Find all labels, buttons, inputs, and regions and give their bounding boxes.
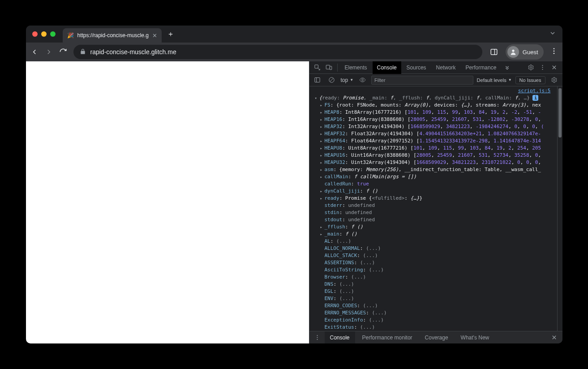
- svg-point-10: [542, 65, 543, 66]
- svg-point-23: [317, 339, 318, 340]
- drawer-tab-coverage[interactable]: Coverage: [420, 331, 454, 344]
- svg-point-2: [512, 50, 514, 52]
- tab-performance[interactable]: Performance: [461, 61, 501, 74]
- tab-search-button[interactable]: [549, 30, 556, 39]
- svg-point-5: [553, 53, 554, 54]
- devtools-tabstrip: Elements Console Sources Network Perform…: [309, 61, 562, 74]
- svg-point-19: [361, 79, 363, 81]
- tab-elements[interactable]: Elements: [340, 61, 372, 74]
- svg-line-18: [330, 78, 334, 82]
- console-object-row[interactable]: HEAPF64: Float64Array(2097152) [1.154541…: [312, 137, 557, 145]
- minimize-window-button[interactable]: [41, 31, 47, 37]
- tab-console[interactable]: Console: [373, 61, 401, 74]
- maximize-window-button[interactable]: [50, 31, 56, 37]
- separator: [337, 64, 338, 72]
- console-object-row[interactable]: HEAPU16: Uint16Array(8388608) [28005, 25…: [312, 152, 557, 159]
- new-tab-button[interactable]: ＋: [167, 30, 174, 39]
- svg-point-11: [542, 67, 543, 68]
- console-object-row[interactable]: FS: {root: FSNode, mounts: Array(0), dev…: [312, 102, 557, 109]
- forward-button[interactable]: [45, 48, 53, 56]
- tab-sources[interactable]: Sources: [402, 61, 431, 74]
- svg-point-3: [553, 48, 554, 49]
- source-link[interactable]: script.js:5: [312, 87, 557, 94]
- inspect-element-button[interactable]: [312, 62, 323, 73]
- console-object-row: stdin: undefined: [312, 209, 557, 216]
- panel-toggle-icon[interactable]: [489, 47, 499, 57]
- console-sidebar-toggle[interactable]: [312, 75, 323, 86]
- drawer-tab-whats-new[interactable]: What's New: [455, 331, 495, 344]
- close-drawer-button[interactable]: [549, 332, 560, 343]
- svg-point-20: [554, 79, 555, 81]
- devtools-drawer: Console Performance monitor Coverage Wha…: [309, 331, 562, 343]
- execution-context-selector[interactable]: top▼: [341, 77, 354, 83]
- drawer-tab-performance-monitor[interactable]: Performance monitor: [357, 331, 418, 344]
- console-object-row: AsciiToString: (...): [312, 266, 557, 274]
- close-devtools-button[interactable]: [549, 62, 560, 73]
- svg-point-21: [317, 335, 318, 336]
- console-object-row: stderr: undefined: [312, 202, 557, 209]
- browser-tab[interactable]: 🎉 https://rapid-concise-muscle.g ✕: [63, 28, 162, 43]
- console-object-row[interactable]: ready: Promise {<fulfilled>: {…}}: [312, 195, 557, 202]
- settings-button[interactable]: [526, 62, 536, 73]
- console-object-row[interactable]: HEAP32: Int32Array(4194304) [1668509029,…: [312, 123, 557, 130]
- console-object-row: ERRNO_MESSAGES: (...): [312, 309, 557, 317]
- profile-button[interactable]: Guest: [506, 44, 544, 60]
- console-object-row[interactable]: callMain: f callMain(args = []): [312, 173, 557, 180]
- live-expression-button[interactable]: [357, 75, 368, 86]
- console-scroll-area[interactable]: script.js:5{ready: Promise, _main: f, _f…: [309, 86, 557, 331]
- issues-button[interactable]: No Issues: [515, 76, 545, 84]
- svg-point-9: [530, 67, 532, 69]
- page-viewport[interactable]: [26, 61, 309, 343]
- devtools-panel: Elements Console Sources Network Perform…: [309, 61, 562, 343]
- console-object-row[interactable]: HEAPU32: Uint32Array(4194304) [166850902…: [312, 159, 557, 166]
- lock-icon: [80, 48, 86, 56]
- svg-rect-0: [491, 49, 497, 55]
- drawer-tab-console[interactable]: Console: [325, 331, 355, 344]
- console-object-row[interactable]: dynCall_jiji: f (): [312, 188, 557, 195]
- close-window-button[interactable]: [32, 31, 38, 37]
- device-toolbar-button[interactable]: [324, 62, 335, 73]
- console-filter-input[interactable]: Filter: [371, 76, 473, 85]
- close-tab-button[interactable]: ✕: [152, 32, 157, 39]
- tab-strip: 🎉 https://rapid-concise-muscle.g ✕ ＋: [26, 26, 562, 43]
- back-button[interactable]: [30, 48, 39, 56]
- console-object-row: ALLOC_STACK: (...): [312, 252, 557, 259]
- tab-network[interactable]: Network: [432, 61, 460, 74]
- console-settings-button[interactable]: [549, 75, 560, 86]
- drawer-menu-button[interactable]: [312, 332, 323, 343]
- log-levels-selector[interactable]: Default levels▼: [477, 77, 512, 83]
- svg-rect-15: [315, 78, 320, 82]
- more-tabs-button[interactable]: [502, 62, 512, 73]
- profile-label: Guest: [523, 49, 538, 56]
- svg-point-22: [317, 337, 318, 338]
- console-output: script.js:5{ready: Promise, _main: f, _f…: [309, 86, 562, 331]
- browser-toolbar: rapid-concise-muscle.glitch.me Guest: [26, 43, 562, 61]
- console-object-row[interactable]: _main: f (): [312, 231, 557, 238]
- console-object-row[interactable]: HEAPU8: Uint8Array(16777216) [101, 109, …: [312, 145, 557, 152]
- console-object-row[interactable]: HEAP16: Int16Array(8388608) [28005, 2545…: [312, 116, 557, 123]
- console-object-row: stdout: undefined: [312, 216, 557, 223]
- scrollbar-thumb[interactable]: [558, 88, 562, 137]
- clear-console-button[interactable]: [326, 75, 337, 86]
- window-controls: [32, 31, 56, 37]
- console-object-row[interactable]: HEAPF32: Float32Array(4194304) [4.490441…: [312, 130, 557, 137]
- svg-point-4: [553, 51, 554, 52]
- tab-title: https://rapid-concise-muscle.g: [77, 32, 149, 39]
- reload-button[interactable]: [59, 48, 67, 56]
- devtools-menu-button[interactable]: [537, 62, 548, 73]
- content-area: Elements Console Sources Network Perform…: [26, 61, 562, 343]
- console-object-row: ExceptionInfo: (...): [312, 317, 557, 324]
- console-object-row: ERRNO_CODES: (...): [312, 302, 557, 309]
- scrollbar[interactable]: [557, 86, 562, 331]
- console-object-row[interactable]: asm: {memory: Memory(256), __indirect_fu…: [312, 166, 557, 173]
- console-object-row[interactable]: _fflush: f (): [312, 223, 557, 231]
- browser-menu-button[interactable]: [550, 47, 558, 57]
- console-object-row: calledRun: true: [312, 180, 557, 188]
- address-bar[interactable]: rapid-concise-muscle.glitch.me: [73, 45, 482, 59]
- console-object-row: EGL: (...): [312, 288, 557, 295]
- browser-window: 🎉 https://rapid-concise-muscle.g ✕ ＋ rap…: [26, 26, 562, 343]
- console-object-row[interactable]: HEAP8: Int8Array(16777216) [101, 109, 11…: [312, 109, 557, 116]
- console-object-row: ALLOC_NORMAL: (...): [312, 245, 557, 252]
- svg-rect-8: [330, 66, 331, 70]
- console-object-summary[interactable]: {ready: Promise, _main: f, _fflush: f, d…: [312, 94, 557, 102]
